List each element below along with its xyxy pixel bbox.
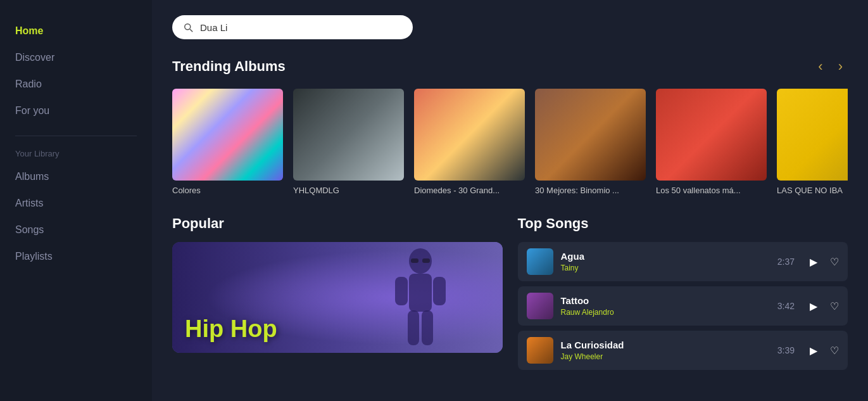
song-item: La CuriosidadJay Wheeler3:39▶♡ <box>518 331 848 370</box>
album-name: LAS QUE NO IBA <box>777 186 848 195</box>
svg-rect-3 <box>433 277 446 305</box>
top-songs-title: Top Songs <box>518 215 848 232</box>
svg-rect-7 <box>422 258 430 263</box>
search-input[interactable] <box>200 22 403 33</box>
song-duration: 3:42 <box>777 301 795 311</box>
song-duration: 2:37 <box>777 257 795 267</box>
album-card[interactable]: Los 50 vallenatos má... <box>656 89 767 195</box>
svg-rect-1 <box>409 274 432 312</box>
album-card[interactable]: LAS QUE NO IBA <box>777 89 848 195</box>
sidebar-item-radio[interactable]: Radio <box>15 72 137 96</box>
albums-row: ColoresYHLQMDLGDiomedes - 30 Grand...30 … <box>172 89 848 195</box>
popular-banner-label: Hip Hop <box>172 305 290 353</box>
search-icon <box>182 22 194 33</box>
hip-hop-figure <box>376 242 465 353</box>
main-content: Trending Albums ‹ › ColoresYHLQMDLGDiome… <box>152 0 868 401</box>
album-name: YHLQMDLG <box>293 186 404 195</box>
popular-section: Popular Hip Hop <box>172 215 503 375</box>
song-artist: Tainy <box>561 264 770 272</box>
prev-album-button[interactable]: ‹ <box>813 57 827 76</box>
svg-rect-4 <box>408 310 419 345</box>
sidebar-item-for-you[interactable]: For you <box>15 99 137 123</box>
song-duration: 3:39 <box>777 345 795 355</box>
song-artist: Jay Wheeler <box>561 352 770 361</box>
sidebar-item-artists[interactable]: Artists <box>15 191 137 215</box>
svg-rect-6 <box>411 258 418 263</box>
album-cover <box>777 89 848 181</box>
song-name: Tattoo <box>561 295 770 306</box>
song-info: La CuriosidadJay Wheeler <box>561 340 770 361</box>
song-thumbnail <box>527 337 553 364</box>
next-album-button[interactable]: › <box>833 57 848 76</box>
library-label: Your Library <box>0 149 152 158</box>
song-name: La Curiosidad <box>561 340 770 350</box>
library-nav: AlbumsArtistsSongsPlaylists <box>0 165 152 269</box>
popular-title: Popular <box>172 215 503 232</box>
album-card[interactable]: Diomedes - 30 Grand... <box>414 89 525 195</box>
album-cover <box>172 89 283 181</box>
trending-albums-title: Trending Albums <box>172 58 286 75</box>
album-cover <box>535 89 646 181</box>
song-info: AguaTainy <box>561 251 770 272</box>
sidebar-item-home[interactable]: Home <box>15 19 137 43</box>
svg-rect-5 <box>422 310 433 345</box>
album-name: Colores <box>172 186 283 195</box>
songs-list: AguaTainy2:37▶♡TattooRauw Alejandro3:42▶… <box>518 242 848 370</box>
song-heart-button[interactable]: ♡ <box>830 256 839 268</box>
album-cover <box>656 89 767 181</box>
top-songs-section: Top Songs AguaTainy2:37▶♡TattooRauw Alej… <box>518 215 848 375</box>
sidebar-divider <box>15 136 137 136</box>
sidebar-item-discover[interactable]: Discover <box>15 46 137 70</box>
trending-albums-header: Trending Albums ‹ › <box>172 57 848 76</box>
album-card[interactable]: 30 Mejores: Binomio ... <box>535 89 646 195</box>
song-play-button[interactable]: ▶ <box>810 345 817 357</box>
album-cover <box>293 89 404 181</box>
song-heart-button[interactable]: ♡ <box>830 345 839 357</box>
song-heart-button[interactable]: ♡ <box>830 300 839 312</box>
search-bar[interactable] <box>172 15 413 39</box>
song-name: Agua <box>561 251 770 262</box>
svg-rect-2 <box>395 277 408 305</box>
album-nav-arrows: ‹ › <box>813 57 848 76</box>
album-cover <box>414 89 525 181</box>
sidebar-item-albums[interactable]: Albums <box>15 165 137 189</box>
popular-banner[interactable]: Hip Hop <box>172 242 503 353</box>
album-name: Diomedes - 30 Grand... <box>414 186 525 195</box>
song-play-button[interactable]: ▶ <box>810 300 817 312</box>
song-play-button[interactable]: ▶ <box>810 256 817 268</box>
sidebar-item-songs[interactable]: Songs <box>15 218 137 242</box>
sidebar-item-playlists[interactable]: Playlists <box>15 245 137 269</box>
sidebar-nav: HomeDiscoverRadioFor you <box>0 19 152 123</box>
song-item: TattooRauw Alejandro3:42▶♡ <box>518 286 848 326</box>
song-info: TattooRauw Alejandro <box>561 295 770 317</box>
sidebar: HomeDiscoverRadioFor you Your Library Al… <box>0 0 152 401</box>
song-thumbnail <box>527 293 553 319</box>
album-name: 30 Mejores: Binomio ... <box>535 186 646 195</box>
song-item: AguaTainy2:37▶♡ <box>518 242 848 281</box>
bottom-section: Popular Hip Hop <box>172 215 848 375</box>
album-name: Los 50 vallenatos má... <box>656 186 767 195</box>
song-thumbnail <box>527 248 553 275</box>
album-card[interactable]: Colores <box>172 89 283 195</box>
album-card[interactable]: YHLQMDLG <box>293 89 404 195</box>
song-artist: Rauw Alejandro <box>561 308 770 317</box>
